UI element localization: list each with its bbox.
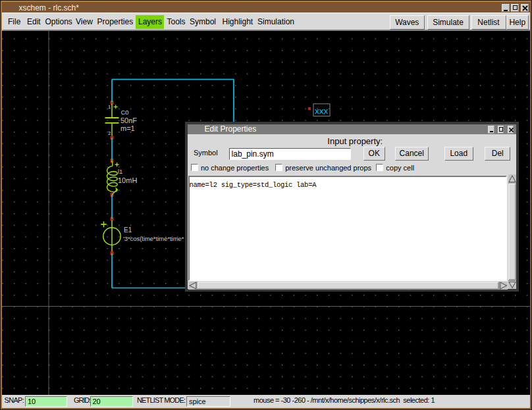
svg-text:m=1: m=1 — [120, 124, 135, 132]
svg-text:10mH: 10mH — [118, 176, 137, 184]
svg-text:'3*cos(time*time*time*: '3*cos(time*time*time* — [123, 235, 184, 242]
svg-text:l1: l1 — [118, 167, 122, 174]
svg-text:2: 2 — [108, 130, 111, 135]
svg-text:E1: E1 — [124, 226, 132, 233]
svg-text:C0: C0 — [121, 108, 129, 115]
svg-text:1: 1 — [108, 104, 111, 109]
svg-text:xxx: xxx — [315, 106, 329, 116]
svg-text:50nF: 50nF — [120, 116, 137, 124]
